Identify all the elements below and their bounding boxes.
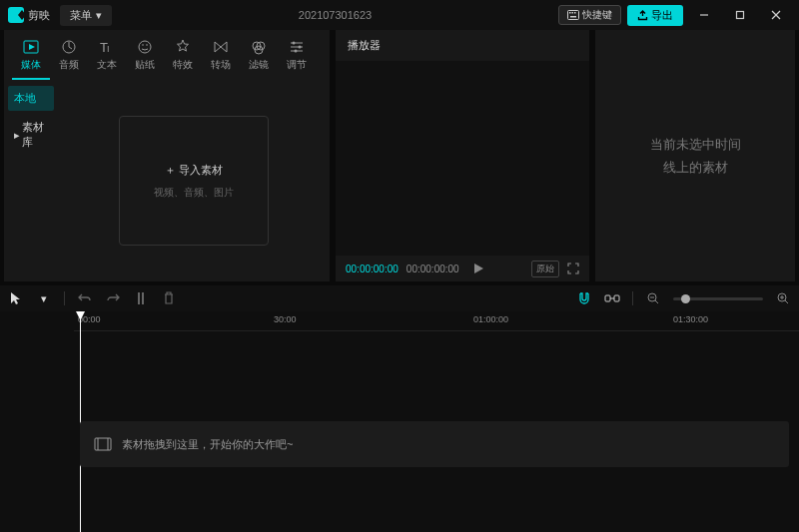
clip-icon (94, 437, 112, 451)
zoom-in-icon (777, 292, 789, 304)
project-title: 202107301623 (112, 9, 558, 21)
top-tabs: 媒体音频TI文本贴纸特效转场滤镜调节 (4, 30, 330, 80)
tab-text[interactable]: TI文本 (88, 34, 126, 80)
pointer-tool[interactable] (8, 290, 24, 306)
linkage-icon (604, 292, 620, 304)
adjust-icon (288, 38, 306, 56)
svg-rect-1 (569, 12, 571, 14)
tab-adjust[interactable]: 调节 (278, 34, 316, 80)
svg-point-15 (142, 44, 144, 46)
export-button[interactable]: 导出 (627, 5, 683, 26)
keyboard-icon (567, 10, 579, 20)
delete-tool[interactable] (161, 290, 177, 306)
effect-icon (174, 38, 192, 56)
svg-marker-26 (474, 264, 483, 273)
tab-label: 媒体 (21, 58, 41, 72)
ruler-mark: 01:30:00 (673, 314, 708, 324)
tab-filter[interactable]: 滤镜 (240, 34, 278, 80)
caret-right-icon: ▸ (14, 129, 20, 142)
import-box[interactable]: ＋ 导入素材 视频、音频、图片 (119, 116, 269, 246)
svg-rect-4 (570, 16, 576, 18)
svg-point-25 (295, 50, 298, 53)
player-canvas[interactable] (336, 61, 589, 256)
player-controls: 00:00:00:00 00:00:00:00 原始 (336, 256, 589, 281)
import-title: ＋ 导入素材 (165, 163, 223, 178)
timecode-total: 00:00:00:00 (406, 264, 459, 274)
app-name: 剪映 (28, 8, 50, 23)
redo-button[interactable] (105, 290, 121, 306)
tab-effect[interactable]: 特效 (164, 34, 202, 80)
svg-rect-6 (737, 12, 744, 19)
tab-media[interactable]: 媒体 (12, 34, 50, 80)
menu-button[interactable]: 菜单 ▾ (60, 5, 112, 26)
svg-point-14 (139, 41, 151, 53)
title-right: 快捷键 导出 (558, 3, 791, 27)
svg-point-23 (299, 46, 302, 49)
split-tool[interactable] (133, 290, 149, 306)
zoom-in-button[interactable] (775, 290, 791, 306)
player-header: 播放器 (336, 30, 589, 61)
props-empty-text: 当前未选中时间 线上的素材 (650, 133, 741, 180)
timeline-ruler[interactable]: 00:0030:0001:00:0001:30:00 (74, 311, 799, 331)
close-button[interactable] (761, 3, 791, 27)
timeline-toolbar: ▾ (0, 285, 799, 311)
side-tab-本地[interactable]: 本地 (8, 86, 54, 111)
plus-icon: ＋ (165, 164, 176, 176)
svg-rect-3 (574, 12, 576, 14)
fullscreen-button[interactable] (567, 263, 579, 274)
tab-label: 滤镜 (249, 58, 269, 72)
svg-point-21 (293, 42, 296, 45)
svg-rect-27 (138, 292, 140, 304)
undo-icon (78, 292, 92, 304)
svg-rect-2 (572, 12, 574, 14)
maximize-button[interactable] (725, 3, 755, 27)
import-subtitle: 视频、音频、图片 (154, 186, 234, 200)
zoom-thumb[interactable] (681, 294, 690, 303)
properties-panel: 当前未选中时间 线上的素材 (595, 30, 795, 281)
pointer-dropdown[interactable]: ▾ (36, 290, 52, 306)
media-panel: 媒体音频TI文本贴纸特效转场滤镜调节 本地▸素材库 ＋ 导入素材 视频、音频、图… (4, 30, 330, 281)
svg-marker-10 (29, 44, 35, 50)
ruler-mark: 01:00:00 (473, 314, 508, 324)
magnet-icon (577, 291, 591, 305)
timeline[interactable]: 00:0030:0001:00:0001:30:00 素材拖拽到这里，开始你的大… (0, 311, 799, 532)
svg-point-16 (146, 44, 148, 46)
undo-button[interactable] (77, 290, 93, 306)
track-area[interactable]: 素材拖拽到这里，开始你的大作吧~ (0, 331, 799, 531)
tab-label: 贴纸 (135, 58, 155, 72)
ruler-mark: 30:00 (274, 314, 297, 324)
svg-rect-28 (142, 292, 144, 304)
tab-label: 调节 (287, 58, 307, 72)
text-icon: TI (98, 38, 116, 56)
title-bar: 剪映 菜单 ▾ 202107301623 快捷键 导出 (0, 0, 799, 30)
fullscreen-icon (567, 263, 579, 274)
svg-line-34 (655, 300, 658, 303)
app-logo: 剪映 (8, 7, 50, 23)
timecode-current: 00:00:00:00 (346, 264, 399, 274)
tab-transition[interactable]: 转场 (202, 34, 240, 80)
divider (64, 291, 65, 305)
side-tab-素材库[interactable]: ▸素材库 (8, 115, 54, 155)
media-body: 本地▸素材库 ＋ 导入素材 视频、音频、图片 (4, 80, 330, 281)
zoom-out-icon (647, 292, 659, 304)
svg-rect-30 (614, 295, 619, 301)
tab-label: 特效 (173, 58, 193, 72)
minimize-button[interactable] (689, 3, 719, 27)
svg-rect-39 (95, 438, 111, 450)
player-panel: 播放器 00:00:00:00 00:00:00:00 原始 (336, 30, 589, 281)
filter-icon (250, 38, 268, 56)
zoom-slider[interactable] (673, 297, 763, 300)
svg-rect-0 (568, 11, 579, 20)
play-button[interactable] (473, 264, 483, 273)
redo-icon (106, 292, 120, 304)
shortcut-button[interactable]: 快捷键 (558, 5, 621, 25)
zoom-out-button[interactable] (645, 290, 661, 306)
svg-line-38 (785, 300, 788, 303)
main-area: 媒体音频TI文本贴纸特效转场滤镜调节 本地▸素材库 ＋ 导入素材 视频、音频、图… (0, 30, 799, 281)
transition-icon (212, 38, 230, 56)
ratio-button[interactable]: 原始 (531, 261, 559, 277)
linkage-tool[interactable] (604, 290, 620, 306)
tab-audio[interactable]: 音频 (50, 34, 88, 80)
tab-sticker[interactable]: 贴纸 (126, 34, 164, 80)
magnet-tool[interactable] (576, 290, 592, 306)
